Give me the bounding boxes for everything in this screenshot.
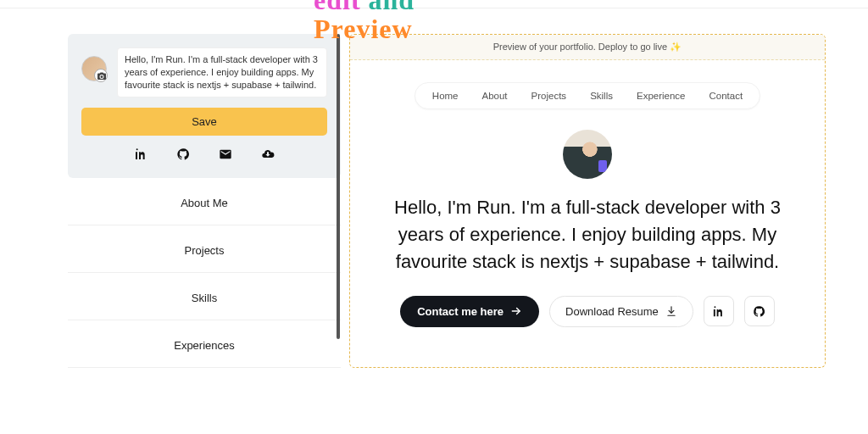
intro-textarea[interactable]: Hello, I'm Run. I'm a full-stack develop… <box>117 47 327 97</box>
section-item-projects[interactable]: Projects <box>68 225 341 273</box>
contact-button[interactable]: Contact me here <box>400 296 539 327</box>
download-resume-label: Download Resume <box>565 305 659 318</box>
contact-button-label: Contact me here <box>417 305 504 318</box>
nav-projects[interactable]: Projects <box>531 91 567 101</box>
download-resume-button[interactable]: Download Resume <box>549 296 693 327</box>
nav-contact[interactable]: Contact <box>709 91 743 101</box>
top-divider <box>0 0 868 8</box>
github-icon <box>753 305 765 318</box>
editor-panel: Hello, I'm Run. I'm a full-stack develop… <box>68 34 341 368</box>
nav-experience[interactable]: Experience <box>637 91 686 101</box>
download-icon <box>665 305 677 317</box>
nav-skills[interactable]: Skills <box>590 91 613 101</box>
save-button[interactable]: Save <box>81 108 327 136</box>
preview-banner: Preview of your portfolio. Deploy to go … <box>350 35 825 60</box>
cta-row: Contact me here Download Resume <box>350 296 825 327</box>
section-list: About Me Projects Skills Experiences <box>68 178 341 368</box>
intro-card: Hello, I'm Run. I'm a full-stack develop… <box>68 34 341 178</box>
cloud-download-icon[interactable] <box>261 147 275 161</box>
section-item-about[interactable]: About Me <box>68 178 341 225</box>
section-item-skills[interactable]: Skills <box>68 273 341 320</box>
linkedin-chip[interactable] <box>704 296 734 326</box>
section-item-experiences[interactable]: Experiences <box>68 320 341 368</box>
github-chip[interactable] <box>744 296 775 326</box>
social-icon-row <box>81 147 327 161</box>
preview-avatar <box>563 130 612 179</box>
nav-about[interactable]: About <box>482 91 508 101</box>
arrow-right-icon <box>510 305 522 317</box>
preview-nav: Home About Projects Skills Experience Co… <box>415 82 760 109</box>
editor-scrollbar[interactable] <box>337 34 340 339</box>
preview-panel: Preview of your portfolio. Deploy to go … <box>349 34 826 368</box>
hero-text: Hello, I'm Run. I'm a full-stack develop… <box>371 194 804 275</box>
nav-home[interactable]: Home <box>432 91 459 101</box>
linkedin-icon[interactable] <box>134 147 147 161</box>
avatar-upload[interactable] <box>81 56 107 81</box>
github-icon[interactable] <box>176 147 190 161</box>
linkedin-icon <box>712 305 725 318</box>
camera-icon <box>97 71 107 81</box>
email-icon[interactable] <box>219 147 232 161</box>
